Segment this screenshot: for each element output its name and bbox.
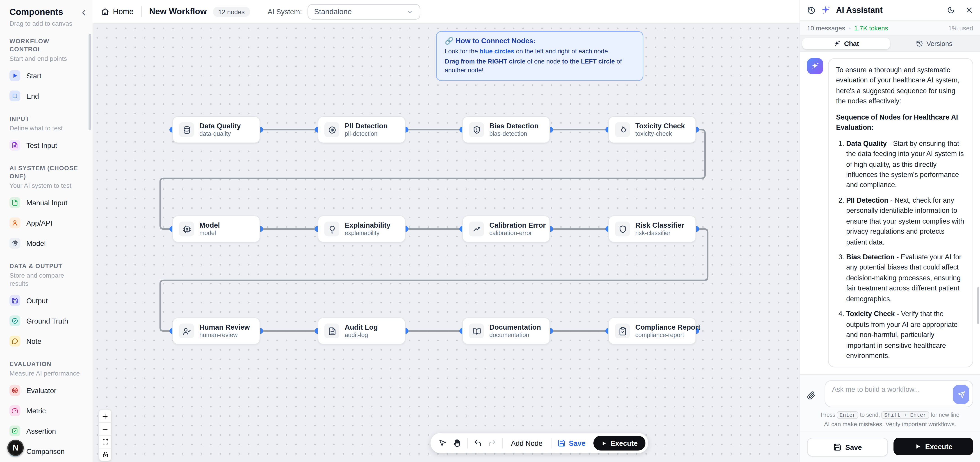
dark-mode-toggle[interactable] — [947, 6, 955, 14]
fit-view-button[interactable] — [99, 436, 111, 448]
sidebar-item-end[interactable]: End — [10, 86, 83, 106]
kbd-key: Enter — [837, 411, 858, 419]
node-audit-log[interactable]: Audit Logaudit-log — [318, 318, 406, 345]
node-explainability[interactable]: Explainabilityexplainability — [318, 216, 406, 243]
chat-scrollbar[interactable] — [977, 287, 979, 324]
panel-execute-button[interactable]: Execute — [894, 438, 973, 455]
add-node-button[interactable]: Add Node — [509, 439, 544, 447]
undo-button[interactable] — [474, 439, 482, 447]
file-text-icon — [10, 140, 20, 151]
history-icon — [916, 40, 923, 47]
chat-input[interactable]: Ask me to build a workflow... — [824, 380, 973, 407]
sidebar-scrollbar[interactable] — [89, 34, 91, 130]
panel-save-button[interactable]: Save — [807, 438, 888, 457]
sidebar-item-label: Comparison — [26, 448, 65, 456]
execute-button[interactable]: Execute — [593, 436, 645, 451]
workflow-title: New Workflow — [149, 7, 207, 16]
node-subtitle: human-review — [199, 332, 250, 339]
sidebar-item-metric[interactable]: Metric — [10, 401, 83, 421]
ai-system-select[interactable]: Standalone — [307, 4, 420, 19]
section-label: EVALUATION — [10, 360, 83, 368]
sidebar-item-label: App/API — [26, 219, 52, 227]
node-subtitle: pii-detection — [345, 130, 388, 138]
send-icon — [958, 391, 965, 398]
collapse-sidebar-button[interactable] — [80, 9, 88, 17]
home-label: Home — [113, 8, 134, 16]
history-icon[interactable] — [807, 6, 816, 14]
nextjs-dev-badge[interactable]: N — [8, 440, 24, 456]
sidebar-section-workflow-control: WORKFLOW CONTROLStart and end pointsStar… — [0, 37, 92, 106]
node-calibration-error[interactable]: Calibration Errorcalibration-error — [462, 216, 550, 243]
node-risk-classifier[interactable]: Risk Classifierrisk-classifier — [608, 216, 696, 243]
sparkles-icon — [810, 62, 820, 71]
ai-assistant-panel: AI Assistant 10 messages • 1.7K tokens 1… — [800, 0, 980, 462]
pan-tool-button[interactable] — [453, 439, 461, 447]
file-icon — [10, 197, 20, 208]
how-to-connect-info-box: 🔗 How to Connect Nodes: Look for the blu… — [436, 31, 643, 81]
save-button[interactable]: Save — [557, 439, 585, 447]
sidebar-item-evaluator[interactable]: Evaluator — [10, 381, 83, 401]
sidebar-section-ai-system-choose-one: AI SYSTEM (CHOOSE ONE)Your AI system to … — [0, 164, 92, 254]
ai-assistant-logo-icon — [821, 5, 831, 16]
node-human-review[interactable]: Human Reviewhuman-review — [172, 318, 260, 345]
chat-input-placeholder: Ask me to build a workflow... — [832, 386, 920, 393]
sidebar-item-assertion[interactable]: Assertion — [10, 421, 83, 441]
chat-messages[interactable]: To ensure a thorough and systematic eval… — [800, 52, 980, 374]
usage-percent: 1% used — [948, 24, 973, 32]
sidebar-title: Components — [10, 7, 83, 17]
node-toxicity-check[interactable]: Toxicity Checktoxicity-check — [608, 116, 696, 143]
send-button[interactable] — [953, 385, 969, 404]
file-text-icon — [325, 324, 339, 338]
sidebar-item-start[interactable]: Start — [10, 65, 83, 86]
sidebar-item-label: Start — [26, 71, 41, 80]
sidebar-item-model[interactable]: Model — [10, 233, 83, 254]
zoom-in-button[interactable] — [99, 410, 111, 423]
execute-label: Execute — [611, 439, 638, 447]
node-data-quality[interactable]: Data Qualitydata-quality — [172, 116, 260, 143]
node-documentation[interactable]: Documentationdocumentation — [462, 318, 550, 345]
tab-chat[interactable]: Chat — [802, 38, 890, 49]
tab-chat-label: Chat — [844, 40, 859, 47]
redo-button[interactable] — [488, 439, 496, 447]
sidebar-item-ground-truth[interactable]: Ground Truth — [10, 311, 83, 331]
message-count: 10 messages — [807, 24, 845, 32]
tab-versions[interactable]: Versions — [890, 38, 978, 49]
kbd-key: Shift + Enter — [881, 411, 929, 419]
sidebar-item-test-input[interactable]: Test Input — [10, 135, 83, 156]
divider — [550, 438, 551, 448]
home-button[interactable]: Home — [101, 7, 134, 16]
sidebar-item-manual-input[interactable]: Manual Input — [10, 193, 83, 213]
node-title: Bias Detection — [489, 121, 539, 130]
shield-alert-icon — [469, 122, 484, 137]
node-bias-detection[interactable]: Bias Detectionbias-detection — [462, 116, 550, 143]
select-tool-button[interactable] — [439, 439, 447, 447]
node-title: Model — [199, 221, 220, 230]
close-icon[interactable] — [965, 6, 973, 14]
workflow-canvas[interactable]: Data Qualitydata-qualityPII Detectionpii… — [92, 24, 800, 462]
home-icon — [101, 7, 110, 16]
section-items: Test Input — [10, 135, 83, 156]
square-icon — [10, 90, 20, 101]
section-description: Your AI system to test — [10, 182, 83, 190]
check-square-icon — [10, 426, 20, 437]
sidebar-item-label: Assertion — [26, 427, 56, 435]
sidebar-item-label: Metric — [26, 407, 46, 415]
sidebar-item-note[interactable]: Note — [10, 331, 83, 351]
node-subtitle: documentation — [489, 332, 541, 339]
sidebar-item-output[interactable]: Output — [10, 291, 83, 311]
node-title: Explainability — [345, 221, 390, 230]
node-compliance-report[interactable]: Compliance Reportcompliance-report — [608, 318, 696, 345]
node-pii-detection[interactable]: PII Detectionpii-detection — [318, 116, 406, 143]
cpu-icon — [179, 222, 194, 237]
section-description: Start and end points — [10, 55, 83, 63]
lock-button[interactable] — [99, 448, 111, 460]
info-box-title: 🔗 How to Connect Nodes: — [445, 37, 635, 45]
node-model[interactable]: Modelmodel — [172, 216, 260, 243]
clipboard-check-icon — [615, 324, 630, 338]
check-circle-icon — [10, 316, 20, 327]
attach-file-icon[interactable] — [807, 391, 816, 400]
ai-system-label: AI System: — [268, 8, 302, 16]
zoom-out-button[interactable] — [99, 423, 111, 436]
divider — [467, 438, 468, 448]
sidebar-item-app-api[interactable]: App/API — [10, 213, 83, 233]
